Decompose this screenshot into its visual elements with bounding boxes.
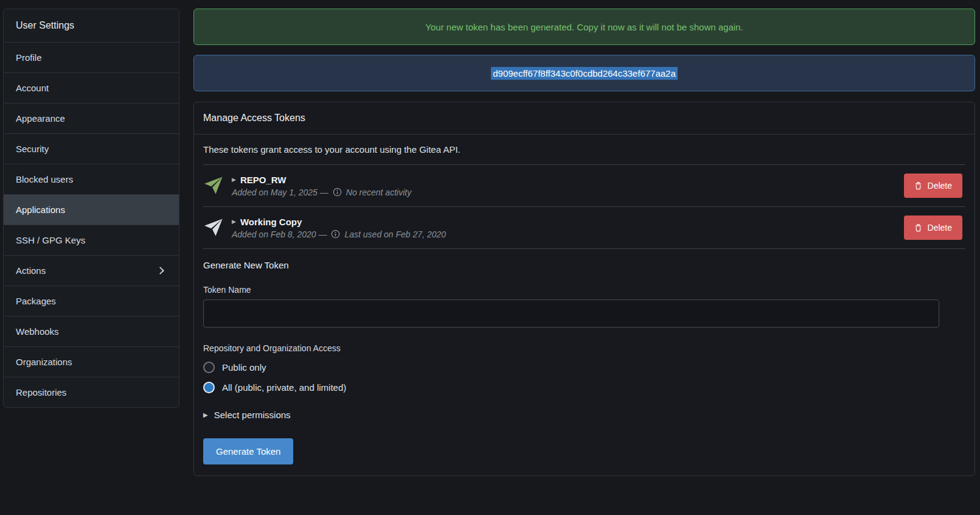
token-value-selected[interactable]: d909ecff67f8ff343c0f0cdbd264c33ef677aa2a <box>491 67 678 80</box>
sidebar-item-blocked-users[interactable]: Blocked users <box>4 164 179 195</box>
token-row: ▶ Working Copy Added on Feb 8, 2020 — La… <box>194 207 975 248</box>
token-name-input[interactable] <box>203 300 939 328</box>
sidebar-item-appearance[interactable]: Appearance <box>4 103 179 134</box>
sidebar-item-profile[interactable]: Profile <box>4 43 179 73</box>
trash-icon <box>914 223 922 233</box>
select-permissions-toggle[interactable]: ▶ Select permissions <box>203 410 965 420</box>
token-meta: Added on Feb 8, 2020 — Last used on Feb … <box>232 229 895 239</box>
sidebar-item-label: Organizations <box>16 357 72 367</box>
sidebar-item-organizations[interactable]: Organizations <box>4 347 179 377</box>
token-row: ▶ REPO_RW Added on May 1, 2025 — No rece… <box>194 165 975 206</box>
success-flash-message: Your new token has been generated. Copy … <box>193 9 975 45</box>
trash-icon <box>914 181 922 191</box>
caret-right-icon: ▶ <box>232 219 236 225</box>
sidebar-item-packages[interactable]: Packages <box>4 286 179 317</box>
sidebar-item-account[interactable]: Account <box>4 73 179 103</box>
radio-label: All (public, private, and limited) <box>222 382 346 393</box>
generate-token-button[interactable]: Generate Token <box>203 438 293 464</box>
sidebar-item-actions[interactable]: Actions <box>4 256 179 286</box>
sidebar-item-webhooks[interactable]: Webhooks <box>4 317 179 347</box>
select-permissions-label: Select permissions <box>214 410 291 420</box>
info-icon <box>333 187 342 197</box>
info-icon <box>331 229 340 239</box>
new-token-display: d909ecff67f8ff343c0f0cdbd264c33ef677aa2a <box>193 55 975 91</box>
delete-button-label: Delete <box>928 181 952 191</box>
paper-plane-icon <box>203 176 223 196</box>
token-activity: No recent activity <box>346 187 411 197</box>
sidebar-item-label: Security <box>16 144 49 154</box>
token-name: REPO_RW <box>240 175 287 185</box>
generate-token-section: Generate New Token Token Name Repository… <box>194 249 975 475</box>
sidebar-item-label: Actions <box>16 265 46 276</box>
paper-plane-icon <box>203 218 223 238</box>
delete-token-button[interactable]: Delete <box>904 215 962 240</box>
generate-section-title: Generate New Token <box>203 260 965 270</box>
delete-button-label: Delete <box>928 223 952 233</box>
token-added-date: Added on Feb 8, 2020 — <box>232 229 327 239</box>
delete-token-button[interactable]: Delete <box>904 173 962 198</box>
token-name: Working Copy <box>240 217 302 227</box>
radio-unselected-icon[interactable] <box>203 362 215 373</box>
token-activity: Last used on Feb 27, 2020 <box>344 229 446 239</box>
sidebar-item-label: Appearance <box>16 113 65 124</box>
caret-right-icon: ▶ <box>203 412 208 418</box>
manage-tokens-panel: Manage Access Tokens These tokens grant … <box>193 102 975 476</box>
radio-selected-icon[interactable] <box>203 382 215 393</box>
token-info: ▶ Working Copy Added on Feb 8, 2020 — La… <box>232 217 895 239</box>
token-info: ▶ REPO_RW Added on May 1, 2025 — No rece… <box>232 175 895 197</box>
panel-description: These tokens grant access to your accoun… <box>194 135 975 164</box>
sidebar-item-security[interactable]: Security <box>4 134 179 164</box>
sidebar-item-label: Account <box>16 83 49 93</box>
sidebar-item-label: Applications <box>16 205 65 215</box>
chevron-right-icon <box>156 267 164 275</box>
repo-org-access-label: Repository and Organization Access <box>203 343 965 353</box>
main-content: Your new token has been generated. Copy … <box>193 9 975 476</box>
radio-public-only[interactable]: Public only <box>203 362 965 373</box>
sidebar-title: User Settings <box>4 9 179 43</box>
sidebar-item-label: Profile <box>16 52 42 63</box>
token-meta: Added on May 1, 2025 — No recent activit… <box>232 187 895 197</box>
sidebar-item-label: Repositories <box>16 387 66 398</box>
sidebar-item-label: Webhooks <box>16 326 59 337</box>
settings-sidebar: User Settings Profile Account Appearance… <box>3 9 179 408</box>
sidebar-item-label: Packages <box>16 296 56 306</box>
token-name-label: Token Name <box>203 285 965 295</box>
sidebar-item-ssh-gpg-keys[interactable]: SSH / GPG Keys <box>4 225 179 256</box>
sidebar-item-label: SSH / GPG Keys <box>16 235 85 245</box>
flash-text: Your new token has been generated. Copy … <box>425 22 743 32</box>
token-expand-toggle[interactable]: ▶ Working Copy <box>232 217 895 227</box>
caret-right-icon: ▶ <box>232 177 236 183</box>
token-expand-toggle[interactable]: ▶ REPO_RW <box>232 175 895 185</box>
page: User Settings Profile Account Appearance… <box>0 0 980 476</box>
token-added-date: Added on May 1, 2025 — <box>232 187 328 197</box>
panel-title: Manage Access Tokens <box>194 102 975 135</box>
sidebar-item-repositories[interactable]: Repositories <box>4 377 179 407</box>
sidebar-item-applications[interactable]: Applications <box>4 195 179 225</box>
sidebar-item-label: Blocked users <box>16 174 73 184</box>
radio-label: Public only <box>222 362 266 373</box>
radio-all-access[interactable]: All (public, private, and limited) <box>203 382 965 393</box>
